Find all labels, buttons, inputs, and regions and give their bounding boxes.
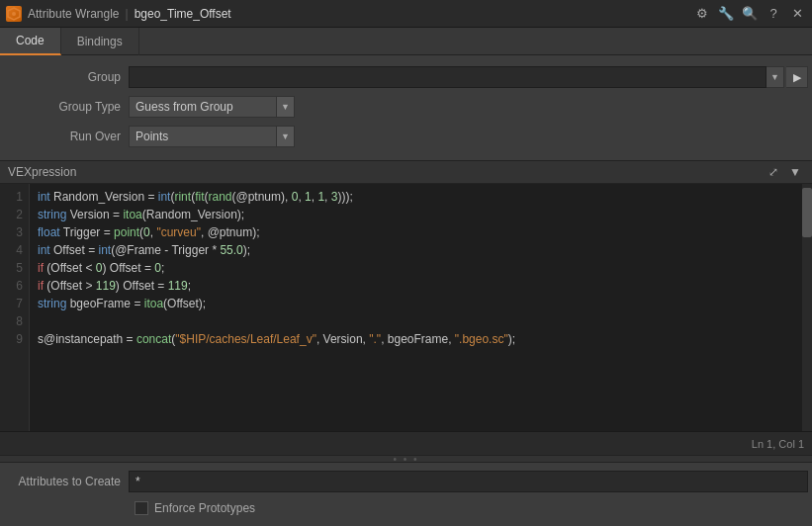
tab-bar: Code Bindings <box>0 28 812 55</box>
group-type-arrow-icon: ▼ <box>277 96 295 118</box>
status-bar: Ln 1, Col 1 <box>0 431 812 455</box>
vex-menu-icon[interactable]: ▼ <box>786 163 804 181</box>
title-bar-actions: ⚙ 🔧 🔍 ? ✕ <box>693 5 806 23</box>
enforce-checkbox[interactable] <box>135 501 148 515</box>
group-type-dropdown-wrapper: Guess from Group Points Edges Primitives… <box>129 96 295 118</box>
app-name: Attribute Wrangle <box>28 7 120 21</box>
vex-expand-icon[interactable]: ⤢ <box>765 163 782 181</box>
search-icon[interactable]: 🔍 <box>741 5 759 23</box>
code-line-5: if (Offset < 0) Offset = 0; <box>38 259 794 277</box>
run-over-select[interactable]: Points Edges Primitives Detail <box>129 126 277 147</box>
attrs-create-input[interactable] <box>129 471 808 492</box>
group-type-row: Group Type Guess from Group Points Edges… <box>0 93 812 121</box>
vex-title: VEXpression <box>8 165 765 179</box>
resizer[interactable]: • • • <box>0 455 812 463</box>
run-over-label: Run Over <box>0 130 129 143</box>
group-row: Group ▼ ▶ <box>0 63 812 91</box>
group-input-wrapper: ▼ <box>129 66 784 88</box>
vex-icons: ⤢ ▼ <box>765 163 804 181</box>
vertical-scrollbar[interactable] <box>802 184 812 431</box>
tab-bindings[interactable]: Bindings <box>61 28 139 55</box>
vexpression-section: VEXpression ⤢ ▼ 12345 6789 int Random_Ve… <box>0 160 812 526</box>
help-icon[interactable]: ? <box>765 5 782 23</box>
code-content[interactable]: int Random_Version = int(rint(fit(rand(@… <box>30 184 802 431</box>
svg-point-1 <box>12 12 16 16</box>
code-line-6: if (Offset > 119) Offset = 119; <box>38 277 794 295</box>
group-dropdown-arrow[interactable]: ▼ <box>767 66 784 88</box>
attributes-section: Attributes to Create Enforce Prototypes <box>0 463 812 526</box>
run-over-row: Run Over Points Edges Primitives Detail … <box>0 123 812 150</box>
group-type-control: Guess from Group Points Edges Primitives… <box>129 96 808 118</box>
scroll-thumb <box>802 188 812 237</box>
tab-code[interactable]: Code <box>0 28 61 55</box>
group-type-label: Group Type <box>0 100 129 114</box>
code-line-4: int Offset = int(@Frame - Trigger * 55.0… <box>38 241 794 259</box>
group-input[interactable] <box>129 66 767 88</box>
run-over-control: Points Edges Primitives Detail ▼ <box>129 126 808 147</box>
wrench-icon[interactable]: 🔧 <box>717 5 735 23</box>
line-numbers: 12345 6789 <box>0 184 30 431</box>
code-line-2: string Version = itoa(Random_Version); <box>38 206 794 223</box>
code-line-9: s@instancepath = concat("$HIP/caches/Lea… <box>38 330 794 348</box>
code-line-1: int Random_Version = int(rint(fit(rand(@… <box>38 188 794 206</box>
group-pick-button[interactable]: ▶ <box>786 66 808 88</box>
code-line-8 <box>38 312 794 330</box>
run-over-arrow-icon: ▼ <box>277 126 295 147</box>
code-line-3: float Trigger = point(0, "curveu", @ptnu… <box>38 223 794 241</box>
app-icon <box>6 6 22 22</box>
cursor-position: Ln 1, Col 1 <box>752 438 804 450</box>
node-name: bgeo_Time_Offset <box>135 7 693 21</box>
enforce-label: Enforce Prototypes <box>154 501 255 515</box>
run-over-dropdown-wrapper: Points Edges Primitives Detail ▼ <box>129 126 295 147</box>
title-bar: Attribute Wrangle | bgeo_Time_Offset ⚙ 🔧… <box>0 0 812 28</box>
form-area: Group ▼ ▶ Group Type Guess from Group Po… <box>0 55 812 160</box>
group-label: Group <box>0 70 129 84</box>
attrs-create-row: Attributes to Create <box>0 469 812 494</box>
code-line-7: string bgeoFrame = itoa(Offset); <box>38 295 794 312</box>
close-icon[interactable]: ✕ <box>788 5 806 23</box>
group-control: ▼ ▶ <box>129 66 808 88</box>
attrs-create-label: Attributes to Create <box>0 475 129 488</box>
vex-header: VEXpression ⤢ ▼ <box>0 160 812 184</box>
editor-area: 12345 6789 int Random_Version = int(rint… <box>0 184 812 431</box>
enforce-row: Enforce Prototypes <box>0 496 812 520</box>
gear-icon[interactable]: ⚙ <box>693 5 711 23</box>
group-type-select[interactable]: Guess from Group Points Edges Primitives <box>129 96 277 118</box>
